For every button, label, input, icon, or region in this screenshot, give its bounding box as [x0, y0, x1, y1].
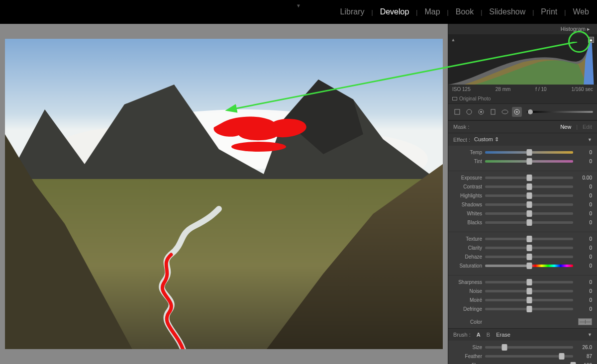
slider-saturation[interactable]: Saturation0 [453, 261, 592, 270]
slider-value: 0 [576, 193, 592, 198]
slider-thumb[interactable] [526, 201, 532, 208]
slider-track[interactable] [485, 151, 573, 154]
slider-label: Texture [453, 236, 482, 242]
slider-track[interactable] [485, 355, 573, 358]
spot-tool-icon[interactable] [464, 107, 474, 117]
slider-thumb[interactable] [526, 149, 532, 156]
slider-track[interactable] [485, 221, 573, 224]
module-library[interactable]: Library [337, 7, 368, 16]
slider-feather[interactable]: Feather87 [453, 352, 592, 361]
slider-track[interactable] [485, 290, 573, 292]
slider-thumb[interactable] [526, 279, 532, 285]
slider-value: 0 [576, 279, 592, 285]
slider-defringe[interactable]: Defringe0 [453, 304, 592, 313]
module-map[interactable]: Map [421, 7, 443, 16]
slider-thumb[interactable] [501, 344, 507, 351]
slider-value: 0 [576, 306, 592, 312]
module-print[interactable]: Print [538, 7, 560, 16]
image-canvas[interactable] [0, 24, 448, 364]
highlight-clipping-icon[interactable]: ▲ [588, 37, 594, 43]
slider-noise[interactable]: Noise0 [453, 286, 592, 295]
effect-dropdown[interactable]: Custom ⇕ [474, 136, 499, 143]
photo-preview [5, 39, 443, 349]
histogram[interactable]: ▲ ▲ [448, 35, 597, 85]
slider-track[interactable] [485, 203, 573, 206]
slider-thumb[interactable] [526, 183, 532, 190]
slider-moire[interactable]: Moiré0 [453, 295, 592, 304]
expand-panel-icon[interactable]: ▼ [296, 3, 301, 8]
slider-track[interactable] [485, 160, 573, 163]
slider-track[interactable] [485, 281, 573, 283]
svg-point-13 [516, 111, 518, 113]
slider-thumb[interactable] [526, 219, 532, 226]
exposure-quick-slider[interactable] [527, 111, 593, 113]
slider-size[interactable]: Size26.0 [453, 343, 592, 352]
slider-thumb[interactable] [571, 362, 576, 364]
brush-tool-icon[interactable] [512, 107, 522, 117]
radial-tool-icon[interactable] [500, 107, 510, 117]
slider-label: Feather [453, 354, 482, 359]
slider-flow[interactable]: Flow100 [453, 361, 592, 364]
slider-track[interactable] [485, 238, 573, 240]
slider-track[interactable] [485, 177, 573, 179]
mask-edit-button[interactable]: Edit [583, 124, 592, 130]
module-web[interactable]: Web [570, 7, 592, 16]
slider-thumb[interactable] [526, 236, 532, 242]
brush-b-button[interactable]: B [487, 332, 490, 338]
slider-whites[interactable]: Whites0 [453, 209, 592, 218]
slider-thumb[interactable] [526, 306, 532, 312]
slider-label: Sharpness [453, 279, 482, 285]
module-book[interactable]: Book [453, 7, 477, 16]
color-label: Color [453, 319, 482, 325]
slider-tint[interactable]: Tint0 [453, 157, 592, 166]
slider-contrast[interactable]: Contrast0 [453, 182, 592, 191]
slider-value: 0 [576, 220, 592, 225]
slider-track[interactable] [485, 247, 573, 249]
slider-track[interactable] [485, 185, 573, 188]
module-develop[interactable]: Develop [377, 7, 412, 16]
slider-track[interactable] [485, 265, 573, 267]
histogram-header[interactable]: Histogram ▸ [448, 24, 597, 35]
slider-thumb[interactable] [526, 192, 532, 199]
slider-thumb[interactable] [526, 210, 532, 217]
slider-thumb[interactable] [526, 297, 532, 303]
shadow-clipping-icon[interactable]: ▲ [450, 37, 456, 43]
slider-clarity[interactable]: Clarity0 [453, 243, 592, 252]
slider-thumb[interactable] [526, 288, 532, 294]
slider-thumb[interactable] [526, 245, 532, 251]
color-swatch[interactable] [578, 318, 592, 325]
brush-disclosure-icon[interactable]: ▼ [588, 332, 592, 337]
module-slideshow[interactable]: Slideshow [486, 7, 528, 16]
slider-thumb[interactable] [559, 353, 564, 360]
slider-temp[interactable]: Temp0 [453, 148, 592, 157]
slider-value: 0.00 [576, 175, 592, 181]
graduated-tool-icon[interactable] [488, 107, 498, 117]
slider-track[interactable] [485, 194, 573, 197]
slider-thumb[interactable] [526, 158, 532, 165]
slider-highlights[interactable]: Highlights0 [453, 191, 592, 200]
slider-texture[interactable]: Texture0 [453, 234, 592, 243]
effect-disclosure-icon[interactable]: ▼ [588, 137, 592, 142]
brush-a-button[interactable]: A [477, 332, 481, 338]
mask-new-button[interactable]: New [560, 124, 571, 130]
slider-exposure[interactable]: Exposure0.00 [453, 173, 592, 182]
slider-track[interactable] [485, 299, 573, 301]
slider-value: 0 [576, 254, 592, 260]
slider-label: Size [453, 345, 482, 350]
original-photo-toggle[interactable]: Original Photo [448, 94, 597, 103]
slider-shadows[interactable]: Shadows0 [453, 200, 592, 209]
slider-sharpness[interactable]: Sharpness0 [453, 277, 592, 286]
slider-track[interactable] [485, 346, 573, 349]
brush-erase-button[interactable]: Erase [496, 332, 510, 338]
slider-thumb[interactable] [526, 263, 532, 269]
slider-blacks[interactable]: Blacks0 [453, 218, 592, 227]
slider-dehaze[interactable]: Dehaze0 [453, 252, 592, 261]
mask-section-bar: Mask : New | Edit [448, 120, 597, 133]
crop-tool-icon[interactable] [452, 107, 462, 117]
slider-track[interactable] [485, 256, 573, 258]
slider-track[interactable] [485, 212, 573, 215]
slider-thumb[interactable] [526, 254, 532, 260]
slider-track[interactable] [485, 308, 573, 310]
slider-thumb[interactable] [526, 175, 532, 181]
redeye-tool-icon[interactable] [476, 107, 486, 117]
